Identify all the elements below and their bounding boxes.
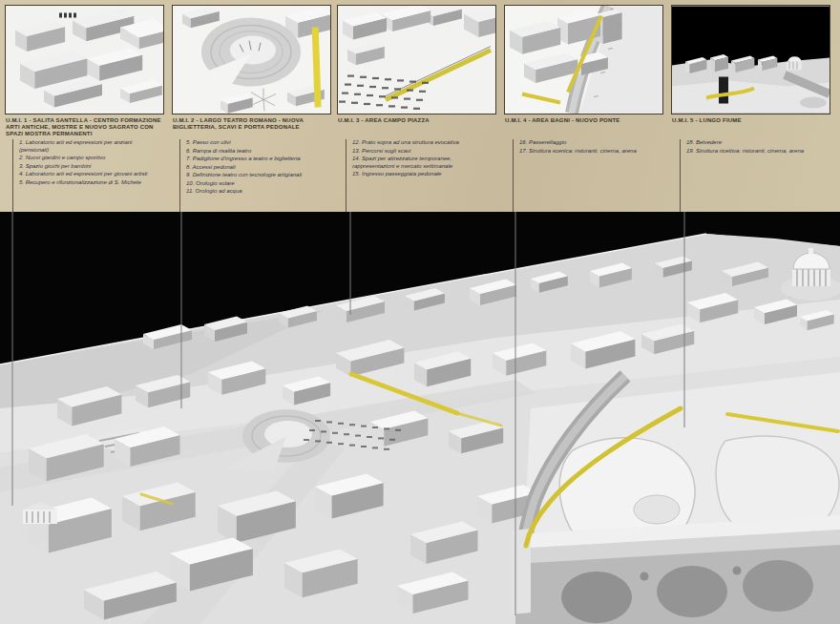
list-item: 2. Nuovi giardini e campo sportivo xyxy=(19,155,158,162)
list-umi-1: 1. Laboratorio arti ed espressioni per a… xyxy=(12,139,158,212)
caption-umi-2: U.M.I. 2 - LARGO TEATRO ROMANO - NUOVA B… xyxy=(173,117,333,131)
list-item: 13. Percorsi sugli scavi xyxy=(352,148,491,156)
list-item: 5. Recupero e rifunzionalizzazione di S.… xyxy=(19,179,158,187)
list-item: 17. Struttura scenica: ristoranti, cinem… xyxy=(519,148,658,156)
dark-monolith xyxy=(719,77,728,104)
list-item: 14. Spazi per attrezzature temporanee, r… xyxy=(352,156,491,170)
excavation-thumbnail xyxy=(338,6,495,114)
list-item: 10. Orologio solare xyxy=(186,180,325,188)
curved-road-thumbnail xyxy=(505,6,662,114)
list-item: 1. Laboratorio arti ed espressioni per a… xyxy=(19,139,158,154)
list-item: 4. Laboratorio arti ed espressioni per g… xyxy=(19,171,158,178)
riverside-night-thumbnail xyxy=(672,6,830,114)
list-umi-2: 5. Passo con ulivi 6. Rampa di risalita … xyxy=(179,139,325,212)
thumbnail-umi-2-view xyxy=(172,5,331,114)
list-item: 19. Struttura ricettiva: ristoranti, cin… xyxy=(686,148,825,156)
caption-umi-5: U.M.I. 5 - LUNGO FIUME xyxy=(672,117,832,124)
thumbnail-umi-5-view xyxy=(671,5,830,114)
caption-umi-3: U.M.I. 3 - AREA CAMPO PIAZZA xyxy=(338,117,498,124)
thumbnail-umi-3-view xyxy=(337,5,496,114)
presentation-board: U.M.I. 1 - SALITA SANTELLA - CENTRO FORM… xyxy=(0,0,840,624)
list-item: 18. Belvedere xyxy=(686,139,825,147)
list-item: 5. Passo con ulivi xyxy=(186,139,325,147)
list-item: 11. Orologio ad acqua xyxy=(186,188,325,196)
list-item: 15. Ingresso passeggiata pedonale xyxy=(352,171,491,178)
caption-umi-4: U.M.I. 4 - AREA BAGNI - NUOVO PONTE xyxy=(505,117,665,124)
aerial-model-thumbnail xyxy=(6,6,163,114)
list-item: 7. Padiglione d'ingresso a teatro e bigl… xyxy=(186,156,325,163)
list-item: 9. Definizione teatro con tecnologie art… xyxy=(186,172,325,179)
roman-theater-thumbnail xyxy=(173,6,330,114)
caption-umi-1: U.M.I. 1 - SALITA SANTELLA - CENTRO FORM… xyxy=(6,117,166,137)
list-item: 16. Passerellaggio xyxy=(519,139,658,147)
list-item: 3. Spazio giochi per bambini xyxy=(19,163,158,171)
list-umi-3: 12. Prato sopra ad una struttura evocati… xyxy=(346,139,491,212)
list-item: 8. Accessi pedonali xyxy=(186,164,325,172)
thumbnail-umi-4-view xyxy=(504,5,663,114)
city-massing-model xyxy=(0,212,840,624)
list-item: 6. Rampa di risalita teatro xyxy=(186,148,325,156)
list-umi-4: 16. Passerellaggio 17. Struttura scenica… xyxy=(513,139,658,212)
list-umi-5: 18. Belvedere 19. Struttura ricettiva: r… xyxy=(680,139,825,212)
thumbnail-umi-1-view xyxy=(5,5,164,114)
list-item: 12. Prato sopra ad una struttura evocati… xyxy=(352,139,491,147)
round-terrain-blob xyxy=(800,97,827,109)
main-model-view xyxy=(0,212,840,624)
